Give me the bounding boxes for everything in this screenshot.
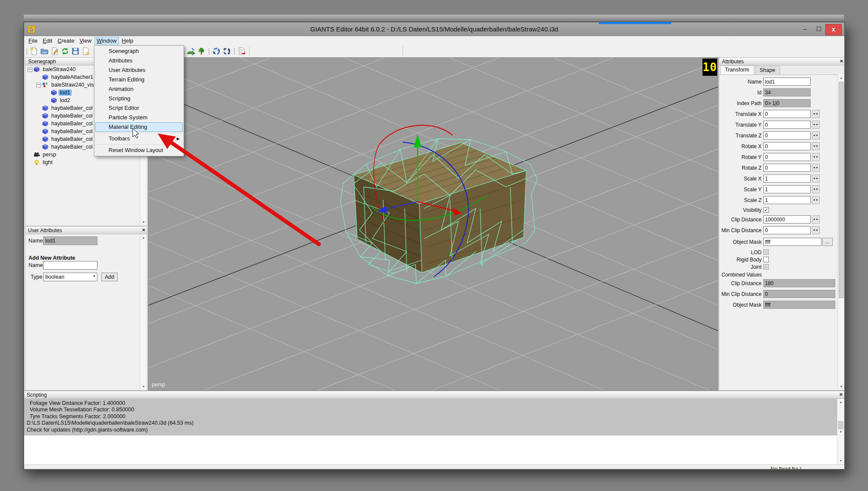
menu-item-particle-system[interactable]: Particle System bbox=[94, 113, 184, 122]
min-clip-distance-input[interactable]: 0 bbox=[763, 226, 811, 234]
maximize-button[interactable]: ☐ bbox=[812, 24, 825, 34]
viewport-3d[interactable]: persp 10 bbox=[148, 57, 718, 391]
console-scrollbar[interactable] bbox=[837, 435, 844, 464]
attributes-panel-title[interactable]: Attributes bbox=[719, 58, 845, 65]
scroll-down-icon[interactable] bbox=[140, 219, 147, 225]
rotate-y-input[interactable]: 0 bbox=[763, 153, 811, 161]
menu-item-toolbars[interactable]: Toolbars bbox=[94, 134, 184, 143]
terrain-foliage-icon[interactable]: a bbox=[187, 47, 195, 56]
menu-item-reset-window-layout[interactable]: Reset Window Layout bbox=[94, 146, 184, 155]
menu-item-animation[interactable]: Animation bbox=[94, 84, 184, 94]
object-mask-input[interactable]: ffff bbox=[763, 238, 821, 246]
type-select[interactable]: boolean ▾ bbox=[43, 273, 97, 281]
close-button[interactable]: x bbox=[825, 24, 842, 35]
script-console-input[interactable] bbox=[24, 435, 844, 465]
scroll-down-icon[interactable] bbox=[837, 458, 844, 464]
attr-row: Id 34 bbox=[719, 88, 838, 97]
visibility-checkbox[interactable] bbox=[763, 207, 769, 213]
name-input[interactable]: lod1 bbox=[763, 78, 811, 86]
menu-item-attributes[interactable]: Attributes bbox=[94, 56, 184, 65]
clip-distance-input[interactable]: 1000000 bbox=[763, 215, 811, 224]
spinner-buttons[interactable] bbox=[812, 196, 820, 204]
title-bar[interactable]: GIANTS Editor 64bit 6.0.2 - D:/LS Daten/… bbox=[24, 22, 844, 36]
name-label: Name bbox=[28, 238, 43, 244]
run-script-icon[interactable] bbox=[237, 47, 246, 56]
menu-item-user-attributes[interactable]: User Attributes bbox=[94, 65, 184, 75]
spinner-buttons[interactable] bbox=[812, 185, 820, 193]
attr-row: Visibility bbox=[719, 207, 838, 214]
scale-y-input[interactable]: 1 bbox=[763, 185, 811, 193]
translate-z-input[interactable]: 0 bbox=[763, 131, 811, 140]
menu-item-material-editing[interactable]: Material Editing bbox=[95, 122, 183, 132]
scroll-down-icon[interactable] bbox=[837, 429, 844, 435]
save-icon[interactable] bbox=[71, 47, 80, 56]
attr-row: Translate Z 0 bbox=[719, 131, 838, 140]
spinner-buttons[interactable] bbox=[812, 174, 820, 183]
export-icon[interactable] bbox=[81, 47, 90, 56]
scale-z-input[interactable]: 1 bbox=[763, 196, 811, 204]
minimize-button[interactable]: – bbox=[799, 24, 812, 34]
toolbar-grip[interactable] bbox=[208, 47, 210, 55]
physics-settings-icon[interactable] bbox=[222, 47, 231, 56]
scroll-up-icon[interactable] bbox=[838, 75, 845, 81]
spinner-buttons[interactable] bbox=[812, 215, 820, 224]
menu-item-terrain-editing[interactable]: Terrain Editing bbox=[94, 75, 184, 84]
spinner-buttons[interactable] bbox=[812, 226, 820, 234]
close-icon[interactable] bbox=[839, 391, 843, 398]
spinner-buttons[interactable] bbox=[812, 153, 820, 161]
transform-group-icon bbox=[42, 82, 48, 88]
scroll-down-icon[interactable] bbox=[140, 384, 147, 390]
add-name-input[interactable] bbox=[43, 261, 97, 270]
menu-create[interactable]: Create bbox=[55, 37, 76, 44]
menu-view[interactable]: View bbox=[77, 37, 94, 44]
close-icon[interactable] bbox=[142, 227, 145, 233]
scale-x-input[interactable]: 1 bbox=[763, 174, 811, 183]
scripting-panel-title[interactable]: Scripting bbox=[24, 391, 844, 399]
spinner-buttons[interactable] bbox=[812, 110, 820, 118]
toolbar-edge bbox=[403, 46, 403, 56]
reload-icon[interactable] bbox=[61, 47, 69, 56]
tab-shape[interactable]: Shape bbox=[755, 66, 780, 75]
spinner-buttons[interactable] bbox=[812, 142, 820, 150]
add-button[interactable]: Add bbox=[101, 273, 118, 281]
menu-file[interactable]: File bbox=[26, 37, 40, 44]
rigid-body-checkbox[interactable] bbox=[763, 257, 769, 262]
cube-icon bbox=[42, 136, 48, 142]
menu-help[interactable]: Help bbox=[120, 37, 136, 44]
spinner-buttons[interactable] bbox=[812, 131, 820, 140]
translate-x-input[interactable]: 0 bbox=[763, 110, 811, 118]
tab-transform[interactable]: Transform bbox=[720, 65, 754, 75]
scroll-thumb[interactable] bbox=[839, 82, 844, 298]
menu-window[interactable]: Window bbox=[94, 37, 119, 44]
combined-values-header: Combined Values bbox=[721, 271, 762, 279]
user-attributes-panel-title[interactable]: User Attributes bbox=[25, 227, 147, 234]
menu-item-scripting[interactable]: Scripting bbox=[94, 94, 184, 103]
user-attributes-scrollbar[interactable] bbox=[140, 234, 147, 390]
rotate-z-input[interactable]: 0 bbox=[763, 164, 811, 172]
scroll-thumb[interactable] bbox=[838, 421, 843, 429]
object-mask-more-button[interactable]: ... bbox=[822, 238, 833, 246]
scroll-up-icon[interactable] bbox=[140, 235, 147, 241]
menu-item-scenegraph[interactable]: Scenegraph bbox=[94, 47, 184, 56]
toolbar-grip[interactable] bbox=[25, 47, 28, 55]
menu-item-script-editor[interactable]: Script Editor bbox=[94, 103, 184, 113]
scroll-down-icon[interactable] bbox=[838, 384, 845, 390]
new-file-icon[interactable] bbox=[30, 47, 38, 56]
attributes-scrollbar[interactable] bbox=[837, 75, 845, 390]
tree-node[interactable]: light bbox=[25, 158, 140, 166]
scroll-up-icon[interactable] bbox=[837, 399, 844, 405]
translate-y-input[interactable]: 0 bbox=[763, 121, 811, 129]
spinner-buttons[interactable] bbox=[812, 164, 820, 172]
collapse-icon[interactable] bbox=[28, 67, 32, 72]
close-icon[interactable] bbox=[840, 58, 843, 64]
spinner-buttons[interactable] bbox=[812, 121, 820, 129]
edit-file-icon[interactable] bbox=[50, 47, 59, 56]
collapse-icon[interactable] bbox=[36, 83, 41, 87]
tree-brush-icon[interactable] bbox=[197, 47, 206, 56]
log-scrollbar[interactable] bbox=[837, 399, 844, 435]
open-file-icon[interactable] bbox=[40, 47, 49, 56]
rotate-x-input[interactable]: 0 bbox=[763, 142, 811, 150]
physics-play-icon[interactable] bbox=[212, 47, 221, 56]
toolbar-grip[interactable] bbox=[233, 47, 235, 55]
menu-edit[interactable]: Edit bbox=[41, 37, 54, 44]
